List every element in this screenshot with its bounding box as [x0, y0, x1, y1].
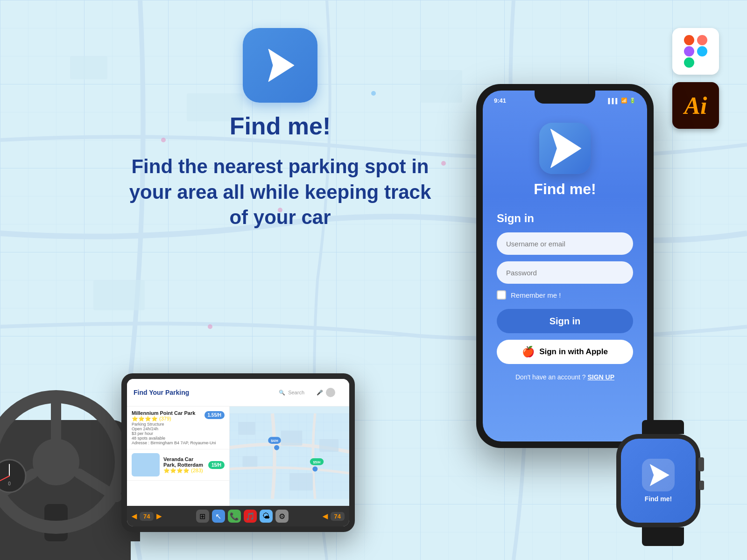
- search-icon: 🔍: [279, 390, 285, 396]
- search-placeholder: Search: [288, 390, 304, 395]
- svg-rect-27: [684, 46, 694, 56]
- ipad-outer: Find Your Parking 🔍 Search 🎤 Millennium …: [121, 373, 355, 532]
- steering-wheel: 0: [0, 373, 140, 541]
- svg-point-37: [274, 445, 279, 450]
- parking-price-2: 15/H: [208, 461, 225, 469]
- svg-point-10: [441, 161, 446, 166]
- taskbar-left-arrow: ◀: [132, 512, 137, 520]
- phone-mockup: 9:41 ▌▌▌ 📶 🔋 Find me! Sign in Reme: [476, 84, 654, 448]
- ipad-screen: Find Your Parking 🔍 Search 🎤 Millennium …: [127, 379, 349, 526]
- svg-rect-28: [684, 57, 694, 68]
- taskbar-music-icon: 🎵: [244, 510, 257, 523]
- phone-app-title: Find me!: [534, 181, 596, 198]
- taskbar-phone-icon: 📞: [228, 510, 241, 523]
- svg-text:$5/H: $5/H: [313, 460, 320, 464]
- status-indicators: ▌▌▌ 📶 🔋: [608, 98, 636, 104]
- ipad-mockup: Find Your Parking 🔍 Search 🎤 Millennium …: [121, 373, 355, 532]
- ipad-title: Find Your Parking: [134, 389, 189, 396]
- wifi-icon: 📶: [621, 98, 627, 104]
- no-account-text: Don't have an account ? SIGN UP: [515, 373, 614, 381]
- mic-icon: 🎤: [317, 390, 323, 396]
- phone-app-logo: [539, 123, 591, 174]
- signin-label: Sign in: [497, 212, 534, 225]
- watch-side-btn: [699, 481, 704, 490]
- username-input[interactable]: [497, 232, 633, 255]
- watch-screen: Find me!: [621, 439, 696, 523]
- parking-rate-1: $3 per hour: [132, 431, 225, 436]
- svg-marker-44: [650, 464, 669, 486]
- svg-point-18: [33, 439, 79, 485]
- hero-section: Find me! Find the nearest parking spot i…: [121, 28, 439, 231]
- parking-name-2: Veranda Car Park, Rotterdam: [163, 456, 204, 468]
- phone-screen: 9:41 ▌▌▌ 📶 🔋 Find me! Sign in Reme: [483, 91, 647, 441]
- taskbar-right-num: 74: [331, 512, 345, 521]
- remember-me-row: Remember me !: [497, 290, 561, 300]
- watch-app-logo: [642, 459, 675, 491]
- parking-list: Millennium Point Car Park ⭐⭐⭐⭐ (379) 1.5…: [127, 406, 230, 506]
- parking-item-2[interactable]: Veranda Car Park, Rotterdam ⭐⭐⭐⭐ (283) 1…: [127, 449, 229, 481]
- taskbar-cursor-icon: ↖: [212, 510, 225, 523]
- parking-name-1: Millennium Point Car Park: [132, 410, 204, 416]
- phone-outer: 9:41 ▌▌▌ 📶 🔋 Find me! Sign in Reme: [476, 84, 654, 448]
- apple-signin-button[interactable]: 🍎 Sign in with Apple: [497, 340, 633, 364]
- svg-text:$4/H: $4/H: [271, 439, 278, 443]
- parking-address-1: Adresse : Birmingham B4 7AP, Royaume-Uni: [132, 441, 225, 445]
- taskbar-left-num: 74: [140, 512, 154, 521]
- ipad-taskbar: ◀ 74 ▶ ⊞ ↖ 📞 🎵 🌤 ⚙ ◀ 74: [127, 506, 349, 526]
- svg-rect-35: [319, 439, 338, 452]
- svg-rect-7: [93, 280, 145, 310]
- taskbar-settings-icon: ⚙: [275, 510, 289, 523]
- app-title: Find me!: [121, 112, 439, 140]
- svg-rect-36: [289, 473, 313, 490]
- svg-rect-3: [70, 56, 107, 79]
- figma-icon: [672, 28, 719, 75]
- svg-point-22: [0, 460, 26, 492]
- parking-spots-1: 48 spots available: [132, 436, 225, 441]
- svg-marker-24: [268, 49, 294, 82]
- taskbar-center: ⊞ ↖ 📞 🎵 🌤 ⚙: [196, 510, 289, 523]
- app-tagline: Find the nearest parking spot in your ar…: [121, 154, 439, 231]
- svg-point-29: [697, 46, 707, 56]
- ai-icon: Ai: [672, 82, 719, 129]
- svg-point-38: [312, 466, 317, 471]
- phone-notch: [535, 91, 595, 104]
- apple-icon: 🍎: [522, 346, 535, 358]
- ipad-search-bar[interactable]: 🔍 Search 🎤: [274, 386, 340, 399]
- parking-item-1[interactable]: Millennium Point Car Park ⭐⭐⭐⭐ (379) 1.5…: [127, 406, 229, 449]
- ipad-map-area: $4/H $5/H: [230, 406, 349, 506]
- apple-signin-label: Sign in with Apple: [539, 347, 608, 357]
- watch-band-bottom: [642, 527, 684, 546]
- parking-rating-2: ⭐⭐⭐⭐ (283): [163, 468, 204, 474]
- svg-point-12: [208, 324, 212, 329]
- svg-rect-26: [697, 35, 707, 45]
- signin-button[interactable]: Sign in: [497, 309, 633, 333]
- taskbar-weather-icon: 🌤: [260, 510, 273, 523]
- parking-rating-1: ⭐⭐⭐⭐ (379): [132, 416, 204, 422]
- svg-rect-25: [684, 35, 694, 45]
- svg-marker-43: [551, 129, 581, 168]
- parking-price-1: 1.55/H: [204, 411, 225, 419]
- watch-band-top: [642, 420, 684, 434]
- taskbar-right: ◀ 74: [323, 512, 345, 521]
- taskbar-left: ◀ 74 ▶: [132, 512, 162, 521]
- remember-checkbox[interactable]: [497, 290, 506, 300]
- taskbar-grid-icon: ⊞: [196, 510, 209, 523]
- watch-case: Find me!: [616, 434, 700, 527]
- svg-rect-33: [281, 431, 303, 446]
- parking-hours-1: Open 24h/24h: [132, 427, 225, 431]
- watch-crown: [698, 457, 704, 471]
- svg-rect-34: [242, 456, 257, 467]
- user-avatar: [326, 388, 335, 397]
- password-input[interactable]: [497, 261, 633, 284]
- taskbar-right-back: ◀: [323, 512, 328, 520]
- ipad-header: Find Your Parking 🔍 Search 🎤: [127, 379, 349, 406]
- svg-text:0: 0: [8, 481, 11, 486]
- app-logo: [243, 28, 317, 103]
- watch-app-title: Find me!: [645, 495, 672, 503]
- parking-type-1: Parking Structure: [132, 422, 225, 427]
- svg-rect-32: [238, 422, 255, 434]
- signup-link[interactable]: SIGN UP: [587, 373, 614, 381]
- battery-icon: 🔋: [629, 98, 636, 104]
- taskbar-right-arrow: ▶: [156, 512, 162, 520]
- watch-mockup: Find me!: [616, 420, 710, 532]
